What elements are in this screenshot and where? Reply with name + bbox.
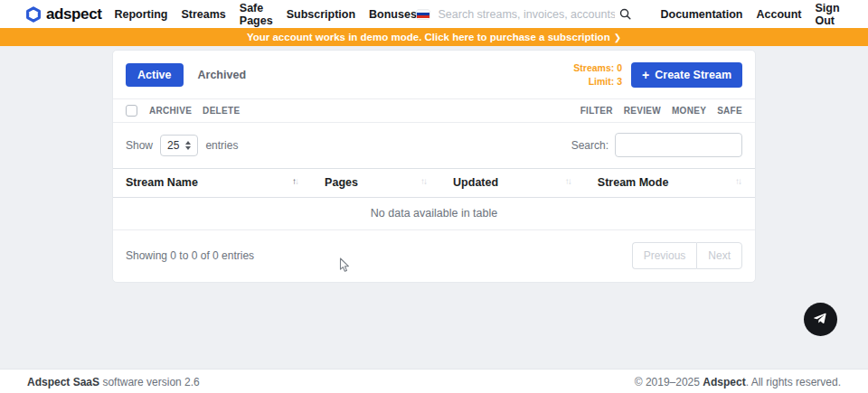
global-search-input[interactable] (439, 8, 616, 21)
streams-card: Active Archived Streams: 0 Limit: 3 + Cr… (112, 50, 756, 283)
table-controls: Show 25 entries Search: (113, 123, 755, 168)
previous-page-button[interactable]: Previous (632, 242, 697, 269)
streams-count: Streams: 0 (573, 61, 622, 75)
streams-table: Stream Name ↑↓ Pages ↑↓ Updated ↑↓ Strea… (113, 168, 755, 230)
bulk-actions-toolbar: ARCHIVE DELETE FILTER REVIEW MONEY SAFE (113, 98, 755, 123)
chevron-right-icon: ❯ (614, 33, 621, 42)
tab-active[interactable]: Active (126, 63, 184, 87)
demo-mode-banner: Your account works in demo mode. Click h… (0, 28, 868, 46)
table-search-label: Search: (571, 139, 609, 152)
table-footer: Showing 0 to 0 of 0 entries Previous Nex… (113, 230, 755, 282)
toggle-review[interactable]: REVIEW (624, 106, 661, 116)
main-menu: Reporting Streams Safe Pages Subscriptio… (114, 2, 416, 27)
entries-info: Showing 0 to 0 of 0 entries (126, 249, 254, 262)
adspect-hexagon-icon (25, 6, 42, 23)
card-header: Active Archived Streams: 0 Limit: 3 + Cr… (113, 51, 755, 98)
archive-action[interactable]: ARCHIVE (149, 106, 192, 116)
select-all-checkbox[interactable] (126, 105, 137, 117)
empty-message: No data available in table (113, 198, 755, 230)
menu-item-subscription[interactable]: Subscription (287, 8, 355, 21)
brand-name: adspect (46, 5, 101, 23)
quota-info: Streams: 0 Limit: 3 (573, 61, 622, 89)
pagination: Previous Next (632, 242, 742, 269)
sort-asc-icon: ↑↓ (292, 176, 299, 186)
col-stream-name[interactable]: Stream Name ↑↓ (113, 169, 312, 198)
streams-limit: Limit: 3 (573, 75, 622, 89)
menu-item-streams[interactable]: Streams (181, 8, 225, 21)
delete-action[interactable]: DELETE (203, 106, 240, 116)
col-stream-mode[interactable]: Stream Mode ↑↓ (585, 169, 755, 198)
col-pages[interactable]: Pages ↑↓ (312, 169, 440, 198)
toggle-money[interactable]: MONEY (672, 106, 706, 116)
copyright-text: © 2019–2025 Adspect. All rights reserved… (635, 376, 841, 388)
link-sign-out[interactable]: Sign Out (815, 2, 857, 27)
card-header-right: Streams: 0 Limit: 3 + Create Stream (573, 61, 742, 89)
version-text: Adspect SaaS software version 2.6 (27, 376, 200, 388)
banner-text: Your account works in demo mode. Click h… (247, 32, 610, 42)
search-icon[interactable] (618, 7, 632, 21)
toggle-filter[interactable]: FILTER (580, 106, 613, 116)
select-arrows-icon (185, 141, 191, 150)
empty-row: No data available in table (113, 198, 755, 230)
menu-item-bonuses[interactable]: Bonuses (369, 8, 417, 21)
next-page-button[interactable]: Next (696, 242, 742, 269)
telegram-button[interactable] (804, 303, 837, 336)
purchase-subscription-link[interactable]: Your account works in demo mode. Click h… (247, 32, 621, 42)
table-search: Search: (571, 133, 742, 157)
create-stream-label: Create Stream (655, 69, 731, 81)
link-documentation[interactable]: Documentation (660, 8, 742, 21)
sort-both-icon: ↑↓ (565, 176, 572, 186)
brand-logo[interactable]: adspect (25, 5, 101, 23)
menu-item-reporting[interactable]: Reporting (114, 8, 167, 21)
table-search-input[interactable] (615, 133, 742, 157)
table-header-row: Stream Name ↑↓ Pages ↑↓ Updated ↑↓ Strea… (113, 169, 755, 198)
create-stream-button[interactable]: + Create Stream (631, 62, 742, 88)
sort-both-icon: ↑↓ (420, 176, 428, 186)
column-toggles: FILTER REVIEW MONEY SAFE (570, 106, 742, 116)
navbar-right: Documentation Account Sign Out (417, 2, 858, 27)
show-label: Show (126, 139, 153, 152)
telegram-plane-icon (811, 310, 830, 329)
tab-archived[interactable]: Archived (198, 69, 247, 81)
page-length-value: 25 (167, 139, 179, 152)
page-length-select[interactable]: 25 (160, 135, 198, 156)
russian-flag-icon[interactable] (417, 10, 429, 19)
sort-both-icon: ↑↓ (735, 176, 742, 186)
link-account[interactable]: Account (756, 8, 801, 21)
toggle-safe[interactable]: SAFE (717, 106, 742, 116)
menu-item-safe-pages[interactable]: Safe Pages (240, 2, 273, 27)
col-updated[interactable]: Updated ↑↓ (440, 169, 585, 198)
top-navbar: adspect Reporting Streams Safe Pages Sub… (0, 0, 868, 28)
plus-icon: + (642, 69, 649, 81)
main-area: Active Archived Streams: 0 Limit: 3 + Cr… (0, 50, 868, 369)
entries-label: entries (205, 139, 238, 152)
page-footer: Adspect SaaS software version 2.6 © 2019… (0, 369, 868, 393)
